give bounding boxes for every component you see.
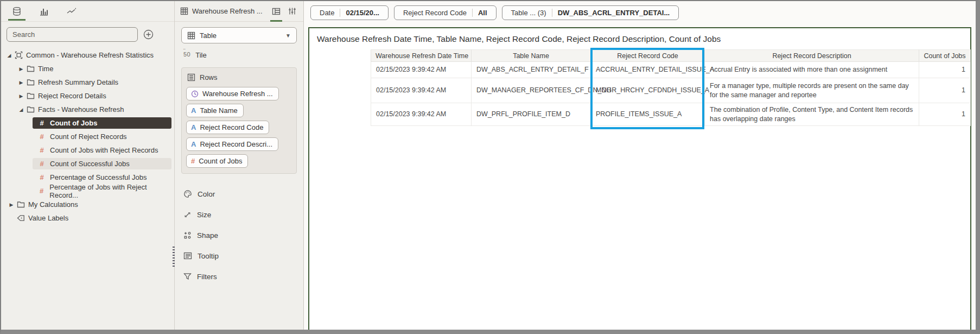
cell-reject-record-description[interactable]: The combination of Profile, Content Type… [705,103,919,126]
pill-table-name[interactable]: A Table Name [186,104,244,117]
filter-bar: Date 02/15/20... Reject Record Code All … [304,1,976,24]
viz-tab-title[interactable]: Warehouse Refresh ... [192,7,266,15]
expanded-arrow-icon[interactable]: ◢ [5,53,13,58]
tree-item-folder-reject-record[interactable]: ▶ Reject Record Details [1,89,174,103]
section-shape[interactable]: Shape [181,225,297,245]
tree-item-measure[interactable]: # Percentage of Successful Jobs [1,171,174,184]
datetime-icon [191,90,199,98]
collapsed-arrow-icon[interactable]: ▶ [17,66,25,72]
pill-label: Reject Record Code [200,123,263,131]
column-header-reject-record-code[interactable]: Reject Record Code [591,50,705,62]
grammar-view-icon[interactable] [270,2,282,21]
measure-count-of-jobs[interactable]: # Count of Jobs [33,117,171,129]
shapes-icon [183,231,192,240]
section-tooltip[interactable]: Tooltip [181,245,297,266]
tree-item-subject-area[interactable]: ◢ Common - Warehouse Refresh Statistics [1,48,174,62]
search-input[interactable] [7,27,138,42]
data-element-tree: ◢ Common - Warehouse Refresh Statistics … [1,46,174,225]
tree-item-measure[interactable]: # Percentage of Jobs with Reject Record.… [1,184,174,198]
cell-count-of-jobs[interactable]: 1 [919,62,971,78]
panel-resize-handle[interactable] [173,247,175,267]
cell-reject-record-description[interactable]: Accrual Entry is associated with more th… [705,62,919,78]
cell-table-name[interactable]: DW_PRFL_PROFILE_ITEM_D [472,103,591,126]
number-icon: # [38,133,46,141]
tree-item-measure[interactable]: # Count of Reject Records [1,130,174,143]
tab-data[interactable] [10,3,24,20]
measure-count-of-reject-records[interactable]: # Count of Reject Records [33,131,171,142]
cell-date-time[interactable]: 02/15/2023 9:39:42 AM [371,103,472,126]
rows-header: Rows [186,72,292,84]
settings-sliders-icon[interactable] [286,2,298,21]
cell-reject-record-code[interactable]: PROFILE_ITEMS_ISSUE_A [591,103,705,126]
column-header-count-of-jobs[interactable]: Count of Jobs [919,50,971,62]
column-header-date-time[interactable]: Warehouse Refresh Date Time▼ [371,50,472,62]
cell-reject-record-description[interactable]: For a manager type, multiple records are… [705,78,919,103]
section-filters[interactable]: Filters [181,266,297,287]
tab-visualizations[interactable] [37,3,51,20]
cell-reject-record-code[interactable]: ACCRUAL_ENTRY_DETAIL_ISSUE_A [591,62,705,78]
cell-table-name[interactable]: DW_MANAGER_REPORTEES_CF_DN_DH [472,78,591,103]
measure-count-of-successful-jobs[interactable]: # Count of Successful Jobs [33,158,171,169]
cell-date-time[interactable]: 02/15/2023 9:39:42 AM [371,78,472,103]
tab-analytics[interactable] [64,3,78,20]
tree-item-label: Count of Successful Jobs [50,160,130,168]
folder-icon [26,92,35,99]
tile-shortcut[interactable]: 50 Tile [181,47,297,63]
tree-item-label: Time [38,65,53,73]
table-row[interactable]: 02/15/2023 9:39:42 AM DW_MANAGER_REPORTE… [371,78,971,103]
cell-date-time[interactable]: 02/15/2023 9:39:42 AM [371,62,472,78]
grammar-panel-body: Table ▼ 50 Tile Rows [175,22,303,292]
tree-item-measure[interactable]: # Count of Jobs [1,116,174,130]
section-color[interactable]: Color [181,184,297,204]
collapsed-arrow-icon[interactable]: ▶ [17,80,25,85]
tree-item-value-labels[interactable]: Value Labels [1,211,174,225]
table-row[interactable]: 02/15/2023 9:39:42 AM DW_ABS_ACRL_ENTRY_… [371,62,971,78]
number-icon: # [38,173,46,181]
collapsed-arrow-icon[interactable]: ▶ [8,202,15,207]
viz-type-dropdown[interactable]: Table ▼ [181,27,297,43]
cell-count-of-jobs[interactable]: 1 [919,78,971,103]
column-header-table-name[interactable]: Table Name [472,50,591,62]
section-label: Color [198,190,215,198]
tree-item-folder-time[interactable]: ▶ Time [1,62,174,75]
filter-table[interactable]: Table ... (3) DW_ABS_ACRL_ENTRY_DETAI... [502,5,679,20]
tree-item-folder-refresh-summary[interactable]: ▶ Refresh Summary Details [1,75,174,89]
tree-item-my-calculations[interactable]: ▶ My Calculations [1,198,174,211]
cell-reject-record-code[interactable]: MNGR_HRCHY_CFDNDH_ISSUE_A [591,78,705,103]
data-panel: ◢ Common - Warehouse Refresh Statistics … [1,1,175,330]
table-header-row: Warehouse Refresh Date Time▼ Table Name … [371,50,971,62]
section-label: Tooltip [198,252,219,260]
filter-reject-record-code[interactable]: Reject Record Code All [394,5,497,20]
pill-reject-record-code[interactable]: A Reject Record Code [186,121,269,134]
expanded-arrow-icon[interactable]: ◢ [17,107,25,112]
tree-item-label: Percentage of Successful Jobs [50,173,147,181]
table-row[interactable]: 02/15/2023 9:39:42 AM DW_PRFL_PROFILE_IT… [371,103,971,126]
filter-value: All [478,9,487,17]
tooltip-list-icon [183,252,192,260]
tree-item-measure[interactable]: # Count of Successful Jobs [1,157,174,171]
table-visualization[interactable]: Warehouse Refresh Date Time, Table Name,… [308,27,971,330]
measure-percentage-successful-jobs[interactable]: # Percentage of Successful Jobs [33,172,171,183]
filter-date[interactable]: Date 02/15/20... [310,5,389,20]
pill-count-of-jobs[interactable]: # Count of Jobs [186,154,248,168]
column-header-reject-record-description[interactable]: Reject Record Description [705,50,919,62]
divider [340,9,340,17]
pill-warehouse-refresh-datetime[interactable]: Warehouse Refresh ... [186,87,279,100]
filter-value: DW_ABS_ACRL_ENTRY_DETAI... [558,9,670,17]
pill-reject-record-description[interactable]: A Reject Record Descri... [186,137,278,151]
tree-item-label: My Calculations [28,200,78,209]
cell-table-name[interactable]: DW_ABS_ACRL_ENTRY_DETAIL_F [472,62,591,78]
tree-item-measure[interactable]: # Count of Jobs with Reject Records [1,143,174,157]
measure-count-jobs-with-reject-records[interactable]: # Count of Jobs with Reject Records [33,144,171,156]
rows-label: Rows [200,73,218,81]
section-size[interactable]: Size [181,204,297,225]
tree-item-folder-facts[interactable]: ◢ Facts - Warehouse Refresh [1,103,174,116]
collapsed-arrow-icon[interactable]: ▶ [17,93,25,99]
measure-percentage-jobs-with-reject-records[interactable]: # Percentage of Jobs with Reject Record.… [33,185,171,197]
tree-item-label: Reject Record Details [38,92,106,100]
cell-count-of-jobs[interactable]: 1 [919,103,971,126]
add-dataset-icon[interactable] [143,29,154,40]
resize-diagonal-icon [183,211,192,219]
tree-item-label: Percentage of Jobs with Reject Record... [49,183,171,199]
tree-item-label: Count of Jobs with Reject Records [50,146,158,154]
